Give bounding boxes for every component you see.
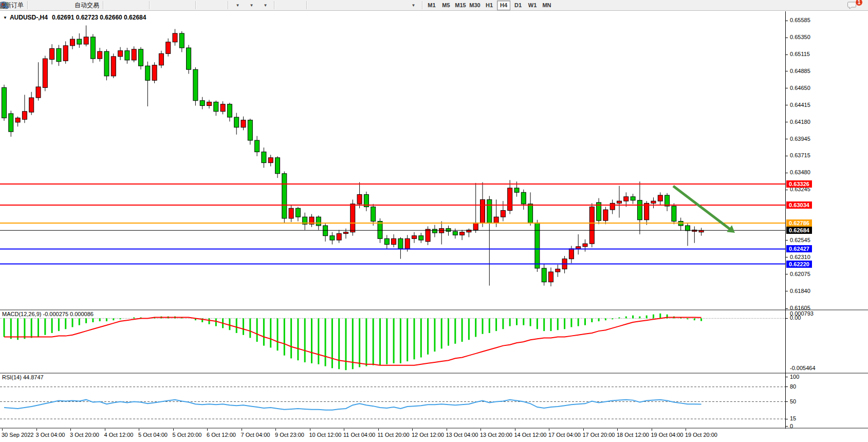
indicators-button[interactable]: ▼ bbox=[258, 0, 272, 11]
macd-pane[interactable] bbox=[0, 310, 785, 372]
price-tick-label: 0.64415 bbox=[790, 102, 810, 108]
line-chart-button[interactable] bbox=[133, 0, 147, 11]
notifications-button[interactable]: 1 bbox=[847, 0, 861, 11]
level-price-label: 0.62786 bbox=[786, 219, 812, 227]
time-tick-label: 17 Oct 20:00 bbox=[583, 432, 615, 438]
arrows-tool-button[interactable]: ▼ bbox=[406, 0, 420, 11]
pane-separator[interactable] bbox=[0, 373, 868, 374]
time-tick bbox=[686, 429, 686, 431]
price-tick bbox=[786, 190, 788, 190]
styler-button[interactable] bbox=[30, 0, 44, 11]
time-tick bbox=[173, 429, 174, 431]
rsi-axis-label: 80 bbox=[790, 383, 796, 390]
separator bbox=[274, 1, 274, 9]
timeframe-MN[interactable]: MN bbox=[540, 1, 553, 10]
vertical-line-tool-button[interactable] bbox=[309, 0, 323, 11]
time-tick bbox=[583, 429, 584, 431]
new-chart-button[interactable]: ▼ bbox=[230, 0, 244, 11]
caret-down-icon: ▼ bbox=[236, 3, 240, 8]
price-tick-label: 0.64650 bbox=[790, 85, 810, 91]
timeframes-menu-button[interactable]: ▼ bbox=[244, 0, 258, 11]
time-tick-label: 11 Oct 04:00 bbox=[343, 432, 375, 438]
time-tick-label: 30 Sep 2022 bbox=[2, 432, 33, 438]
timeframe-M1[interactable]: M1 bbox=[425, 1, 438, 10]
time-tick bbox=[549, 429, 549, 431]
price-tick bbox=[786, 139, 788, 139]
timeframe-W1[interactable]: W1 bbox=[526, 1, 539, 10]
time-tick-label: 3 Oct 20:00 bbox=[70, 432, 99, 438]
market-watch-button[interactable] bbox=[44, 0, 58, 11]
chart-window: ▼ AUDUSD-,H4 0.62691 0.62723 0.62660 0.6… bbox=[0, 11, 868, 442]
time-tick bbox=[617, 429, 618, 431]
chart-title: ▼ AUDUSD-,H4 0.62691 0.62723 0.62660 0.6… bbox=[3, 14, 146, 21]
rsi-tick bbox=[786, 386, 788, 387]
crosshair-tool-button[interactable] bbox=[290, 0, 304, 11]
rsi-label: RSI(14) 44.8747 bbox=[2, 374, 44, 380]
chart-collapse-icon[interactable]: ▼ bbox=[3, 15, 7, 20]
trading-terminal-window: 新订单 bbox=[0, 0, 868, 442]
price-tick bbox=[786, 240, 788, 241]
price-tick bbox=[786, 38, 788, 38]
caret-down-icon: ▼ bbox=[412, 3, 416, 8]
timeframe-D1[interactable]: D1 bbox=[511, 1, 525, 10]
time-tick-label: 19 Oct 04:00 bbox=[651, 432, 684, 438]
time-tick bbox=[36, 429, 37, 431]
timeframe-H4[interactable]: H4 bbox=[497, 1, 510, 10]
time-tick bbox=[412, 429, 413, 431]
text-label-tool-button[interactable]: T bbox=[392, 0, 406, 11]
chart-shift-button[interactable] bbox=[198, 0, 212, 11]
time-tick-label: 18 Oct 12:00 bbox=[617, 432, 649, 438]
price-axis-border bbox=[785, 11, 786, 440]
timeframe-buttons: M1M5M15M30H1H4D1W1MN bbox=[424, 1, 554, 10]
time-tick bbox=[275, 429, 276, 431]
main-price-chart[interactable] bbox=[0, 11, 785, 309]
price-tick bbox=[786, 156, 788, 156]
separator bbox=[228, 1, 228, 9]
caret-down-icon: ▼ bbox=[250, 3, 254, 8]
horizontal-line-tool-button[interactable] bbox=[323, 0, 337, 11]
trendline-tool-button[interactable] bbox=[337, 0, 350, 11]
time-tick-label: 5 Oct 04:00 bbox=[138, 432, 168, 438]
toolbar-right: 1 bbox=[833, 0, 866, 11]
time-tick bbox=[310, 429, 310, 431]
text-tool-button[interactable]: A bbox=[378, 0, 392, 11]
level-price-label: 0.62427 bbox=[786, 245, 812, 252]
fibonacci-tool-button[interactable]: F bbox=[364, 0, 378, 11]
time-tick-label: 9 Oct 23:00 bbox=[275, 432, 304, 438]
time-tick-label: 17 Oct 04:00 bbox=[548, 432, 581, 438]
time-tick-label: 6 Oct 12:00 bbox=[207, 432, 236, 438]
time-tick bbox=[344, 429, 344, 431]
rsi-tick bbox=[786, 419, 788, 419]
separator bbox=[103, 1, 103, 9]
auto-trading-button[interactable]: 自动交易 bbox=[71, 0, 101, 11]
zoom-out-button[interactable] bbox=[165, 0, 179, 11]
bar-chart-button[interactable] bbox=[105, 0, 119, 11]
price-tick bbox=[786, 122, 788, 122]
time-tick bbox=[139, 429, 139, 431]
rsi-axis-label: 100 bbox=[790, 374, 799, 380]
rsi-pane[interactable] bbox=[0, 374, 785, 427]
price-tick-label: 0.62545 bbox=[790, 237, 810, 244]
timeframe-H1[interactable]: H1 bbox=[483, 1, 496, 10]
cursor-tool-button[interactable] bbox=[276, 0, 290, 11]
price-tick-label: 0.62310 bbox=[790, 254, 810, 261]
channel-tool-button[interactable]: E bbox=[350, 0, 364, 11]
time-tick bbox=[652, 429, 652, 431]
timeframe-M5[interactable]: M5 bbox=[439, 1, 453, 10]
time-tick bbox=[105, 429, 105, 431]
pane-separator[interactable] bbox=[0, 309, 868, 311]
price-tick-label: 0.62075 bbox=[790, 271, 810, 278]
zoom-in-button[interactable] bbox=[152, 0, 165, 11]
auto-scroll-button[interactable] bbox=[212, 0, 226, 11]
notification-badge: 1 bbox=[855, 0, 863, 6]
price-tick bbox=[786, 105, 788, 105]
time-axis[interactable]: 30 Sep 20223 Oct 04:003 Oct 20:004 Oct 1… bbox=[0, 429, 868, 442]
tile-windows-button[interactable] bbox=[179, 0, 193, 11]
time-tick-label: 11 Oct 20:00 bbox=[378, 432, 410, 438]
timeframe-M30[interactable]: M30 bbox=[468, 1, 482, 10]
timeframe-M15[interactable]: M15 bbox=[454, 1, 467, 10]
signal-button[interactable] bbox=[58, 0, 71, 11]
search-button[interactable] bbox=[833, 0, 847, 11]
candlestick-button[interactable] bbox=[119, 0, 133, 11]
time-tick bbox=[447, 429, 447, 431]
